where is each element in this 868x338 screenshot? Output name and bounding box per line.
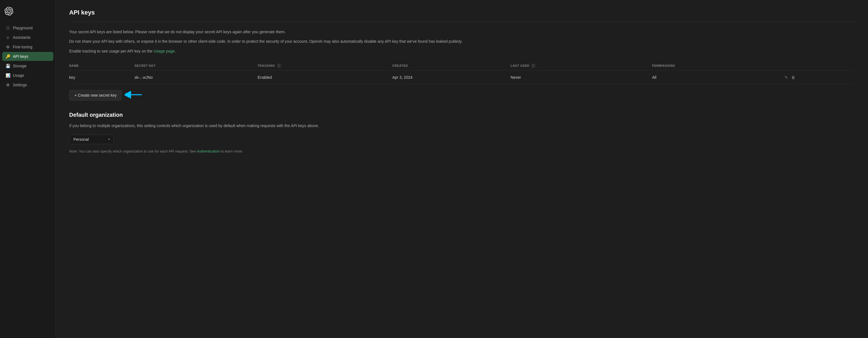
sidebar-item-usage[interactable]: 📊 Usage	[2, 71, 53, 80]
sidebar-item-label: Fine-tuning	[13, 45, 32, 49]
settings-icon: ⚙	[6, 83, 10, 87]
authentication-link[interactable]: Authentication	[197, 149, 219, 153]
col-last-used: LAST USED i	[511, 61, 652, 71]
row-permissions: All	[652, 71, 784, 84]
org-note-prefix: Note: You can also specify which organiz…	[69, 149, 197, 153]
col-secret-key: SECRET KEY	[134, 61, 257, 71]
sidebar-item-fine-tuning[interactable]: ⚙ Fine-tuning	[2, 43, 53, 51]
sidebar-item-label: Playground	[13, 26, 33, 30]
sidebar-item-playground[interactable]: ⬡ Playground	[2, 24, 53, 32]
col-tracking: TRACKING i	[258, 61, 393, 71]
sidebar-item-settings[interactable]: ⚙ Settings	[2, 80, 53, 89]
sidebar-item-label: API keys	[13, 54, 28, 59]
edit-key-icon[interactable]: ✎	[784, 75, 788, 80]
delete-key-icon[interactable]: 🗑	[791, 75, 795, 80]
assistants-icon: ☺	[6, 35, 10, 40]
info-para-3: Enable tracking to see usage per API key…	[69, 48, 855, 54]
row-tracking: Enabled	[258, 71, 393, 84]
org-note: Note: You can also specify which organiz…	[69, 149, 855, 154]
col-name: NAME	[69, 61, 134, 71]
col-created: CREATED	[392, 61, 510, 71]
tracking-info-icon[interactable]: i	[277, 64, 281, 67]
usage-icon: 📊	[6, 73, 10, 78]
create-btn-container: + Create new secret key	[69, 90, 122, 101]
info-para-3-suffix: .	[175, 49, 176, 53]
fine-tuning-icon: ⚙	[6, 45, 10, 49]
sidebar: ⬡ Playground ☺ Assistants ⚙ Fine-tuning …	[0, 0, 56, 338]
logo	[0, 4, 56, 24]
api-keys-table: NAME SECRET KEY TRACKING i CREATED LAST …	[69, 61, 855, 84]
storage-icon: 💾	[6, 64, 10, 68]
row-created: Apr 3, 2024	[392, 71, 510, 84]
table-row: key sk-...wJNo Enabled Apr 3, 2024 Never…	[69, 71, 855, 84]
sidebar-item-label: Storage	[13, 64, 27, 68]
sidebar-item-label: Settings	[13, 83, 27, 87]
default-org-description: If you belong to multiple organizations,…	[69, 123, 855, 129]
row-name: key	[69, 71, 134, 84]
row-actions: ✎ 🗑	[784, 71, 855, 84]
main-content: API keys Your secret API keys are listed…	[56, 0, 868, 338]
last-used-info-icon[interactable]: i	[531, 64, 535, 67]
org-note-suffix: to learn more.	[220, 149, 243, 153]
sidebar-item-api-keys[interactable]: 🔑 API keys	[2, 52, 53, 61]
create-secret-key-button[interactable]: + Create new secret key	[69, 90, 122, 101]
sidebar-item-label: Assistants	[13, 35, 31, 40]
info-para-2: Do not share your API key with others, o…	[69, 38, 855, 45]
api-keys-icon: 🔑	[6, 54, 10, 59]
table-header-row: NAME SECRET KEY TRACKING i CREATED LAST …	[69, 61, 855, 71]
sidebar-nav: ⬡ Playground ☺ Assistants ⚙ Fine-tuning …	[0, 24, 56, 89]
info-para-1: Your secret API keys are listed below. P…	[69, 29, 855, 35]
info-section: Your secret API keys are listed below. P…	[69, 29, 855, 54]
info-para-3-prefix: Enable tracking to see usage per API key…	[69, 49, 154, 53]
default-org-section: Default organization If you belong to mu…	[69, 112, 855, 154]
col-actions	[784, 61, 855, 71]
row-secret-key: sk-...wJNo	[134, 71, 257, 84]
page-title: API keys	[69, 9, 855, 22]
default-org-title: Default organization	[69, 112, 855, 118]
usage-page-link[interactable]: Usage page	[154, 49, 175, 53]
col-permissions: PERMISSIONS	[652, 61, 784, 71]
sidebar-item-assistants[interactable]: ☺ Assistants	[2, 33, 53, 42]
playground-icon: ⬡	[6, 26, 10, 30]
sidebar-item-storage[interactable]: 💾 Storage	[2, 61, 53, 71]
organization-select[interactable]: Personal	[69, 135, 114, 144]
arrow-annotation	[125, 89, 144, 102]
row-last-used: Never	[511, 71, 652, 84]
sidebar-item-label: Usage	[13, 73, 24, 78]
